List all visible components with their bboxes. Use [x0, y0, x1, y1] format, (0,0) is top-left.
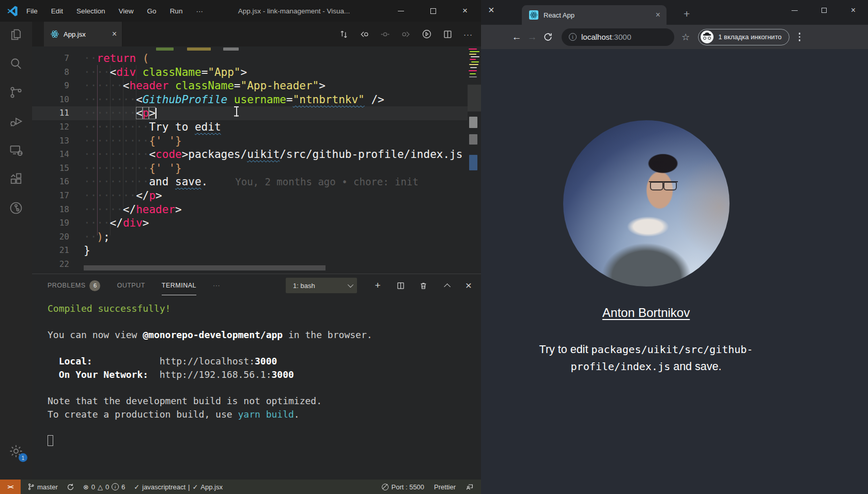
line-number: 22 — [32, 258, 84, 272]
git-branch[interactable]: master — [27, 483, 58, 491]
remote-indicator[interactable]: >< — [0, 480, 21, 494]
profile-name-link[interactable]: Anton Bortnikov — [602, 306, 690, 320]
maximize-icon — [822, 8, 827, 13]
vscode-window-controls: × — [385, 0, 481, 22]
code-line[interactable]: 12··········Try to edit — [32, 120, 481, 134]
panel-actions: 1: bash + × — [286, 278, 474, 293]
kill-terminal-icon[interactable] — [418, 281, 428, 290]
split-editor-icon[interactable] — [443, 29, 453, 39]
chrome-minimize-button[interactable] — [780, 0, 809, 21]
maximize-panel-icon[interactable] — [441, 283, 451, 288]
close-panel-icon[interactable]: × — [463, 279, 474, 292]
back-icon[interactable]: ← — [509, 31, 524, 43]
code-line[interactable]: 8····<div className="App"> — [32, 66, 481, 79]
minimize-button[interactable] — [385, 0, 417, 22]
tab-output[interactable]: OUTPUT — [117, 282, 145, 289]
tab-problems[interactable]: PROBLEMS 6 — [48, 280, 100, 291]
minimap[interactable] — [468, 46, 481, 263]
port-status[interactable]: Port : 5500 — [382, 483, 424, 491]
editor-more-icon[interactable]: ··· — [463, 30, 473, 39]
menu-view[interactable]: View — [119, 7, 134, 15]
feedback-icon[interactable] — [466, 483, 474, 491]
tab-close-icon[interactable]: × — [112, 29, 117, 39]
menu-run[interactable]: Run — [170, 7, 183, 15]
code-line[interactable]: 11········<p> — [32, 106, 481, 120]
check-icon: ✓ — [134, 483, 140, 491]
menu-selection[interactable]: Selection — [76, 7, 105, 15]
terminal-shell-select[interactable]: 1: bash — [286, 278, 357, 293]
sync-icon[interactable] — [67, 483, 74, 491]
minimap-slider[interactable] — [468, 85, 481, 111]
settings-badge: 1 — [19, 453, 27, 462]
remote-explorer-icon[interactable] — [8, 142, 24, 158]
new-tab-button[interactable]: + — [684, 8, 690, 19]
bookmark-star-icon[interactable]: ☆ — [681, 31, 690, 43]
minimize-icon — [398, 11, 404, 11]
nav-back-icon[interactable] — [360, 29, 369, 39]
code-line[interactable]: 21} — [32, 244, 481, 258]
run-debug-icon[interactable] — [8, 114, 24, 129]
code-line[interactable]: 18······</header> — [32, 203, 481, 217]
split-terminal-icon[interactable] — [395, 281, 406, 290]
tab-appjsx[interactable]: App.jsx × — [44, 22, 122, 46]
language-mode[interactable]: ✓ javascriptreact | ✓ App.jsx — [134, 483, 223, 491]
chrome-maximize-button[interactable] — [809, 0, 839, 21]
code-line[interactable]: 19····</div> — [32, 216, 481, 230]
url-host: localhost — [581, 33, 612, 41]
terminal-line: To create a production build, use yarn b… — [48, 408, 481, 421]
menu-file[interactable]: File — [26, 7, 38, 15]
panel-more-icon[interactable]: ··· — [213, 282, 220, 289]
extensions-icon[interactable] — [8, 171, 24, 187]
menu-more-icon[interactable]: ··· — [196, 7, 203, 15]
code-line[interactable]: 16··········and save.You, 2 months ago •… — [32, 175, 481, 189]
editor[interactable]: 7··return (8····<div className="App">9··… — [32, 46, 481, 274]
new-terminal-icon[interactable]: + — [373, 280, 383, 291]
explorer-icon[interactable] — [8, 27, 24, 42]
code-area[interactable]: 7··return (8····<div className="App">9··… — [32, 46, 481, 272]
chrome-close-button[interactable]: × — [839, 0, 868, 21]
tab-terminal[interactable]: TERMINAL — [162, 276, 196, 295]
menu-edit[interactable]: Edit — [51, 7, 63, 15]
run-file-icon[interactable] — [422, 29, 432, 39]
status-left: master ⊗ 0 △ 0 i 6 ✓ javascript — [21, 483, 223, 491]
nav-forward-icon[interactable] — [401, 29, 411, 39]
source-control-icon[interactable] — [8, 85, 24, 100]
reload-icon[interactable] — [540, 32, 555, 42]
search-icon[interactable] — [8, 56, 24, 71]
menu-go[interactable]: Go — [147, 7, 157, 15]
gitlens-icon[interactable] — [8, 200, 24, 216]
code-line[interactable]: 20··); — [32, 230, 481, 244]
line-number: 8 — [32, 66, 84, 79]
code-line[interactable]: 17········</p> — [32, 189, 481, 203]
code-line[interactable]: 7··return ( — [32, 52, 481, 66]
tab-react-app[interactable]: React App × — [522, 5, 667, 25]
problems-summary[interactable]: ⊗ 0 △ 0 i 6 — [83, 483, 126, 491]
code-line[interactable]: 10········<GithubProfile username="ntnbr… — [32, 93, 481, 107]
code-line[interactable]: 9······<header className="App-header"> — [32, 79, 481, 93]
url-text[interactable]: localhost:3000 — [581, 33, 631, 41]
close-icon: × — [851, 6, 856, 15]
terminal-line — [48, 434, 481, 448]
formatter-status[interactable]: Prettier — [434, 483, 456, 491]
chrome-tab-close-icon[interactable]: × — [656, 10, 660, 20]
code-line[interactable]: 15··········{' '} — [32, 162, 481, 176]
terminal-output[interactable]: Compiled successfully!You can now view @… — [32, 297, 481, 448]
horizontal-scrollbar[interactable] — [84, 265, 326, 270]
incognito-badge[interactable]: 1 вкладка инкогнито — [698, 29, 789, 45]
status-bar: >< master ⊗ 0 △ — [0, 480, 481, 494]
open-changes-icon[interactable] — [339, 29, 349, 39]
port-icon — [382, 484, 389, 490]
editor-actions: ··· — [339, 29, 473, 39]
code-line[interactable]: 13··········{' '} — [32, 134, 481, 148]
nav-circle-icon[interactable] — [380, 29, 390, 39]
settings-gear-icon[interactable]: 1 — [8, 443, 24, 459]
screen: File Edit Selection View Go Run ··· App.… — [0, 0, 868, 494]
close-button[interactable]: × — [449, 0, 481, 22]
code-line[interactable]: 14··········<code>packages/uikit/src/git… — [32, 148, 481, 162]
forward-icon[interactable]: → — [524, 31, 540, 43]
maximize-button[interactable] — [417, 0, 449, 22]
chrome-menu-icon[interactable] — [799, 33, 801, 41]
chrome-tabstrip: React App × + × — [481, 0, 868, 25]
site-info-icon[interactable]: i — [569, 33, 577, 41]
address-bar[interactable]: i localhost:3000 — [562, 28, 674, 46]
